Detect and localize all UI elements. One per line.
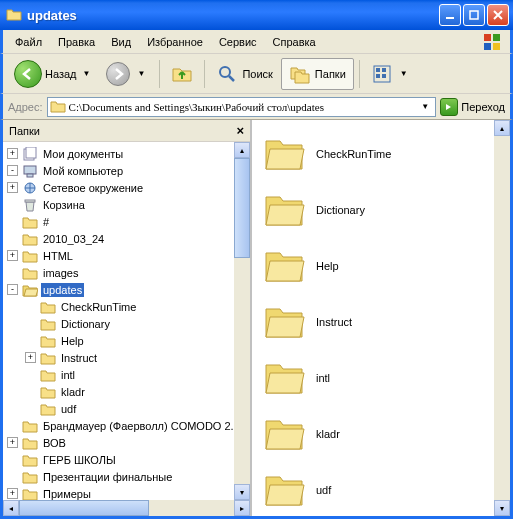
tree-item[interactable]: images [3, 264, 250, 281]
views-icon [371, 63, 393, 85]
tree-item[interactable]: Корзина [3, 196, 250, 213]
file-item[interactable]: CheckRunTime [256, 126, 506, 182]
tree-item[interactable]: CheckRunTime [3, 298, 250, 315]
menu-file[interactable]: Файл [7, 34, 50, 50]
menu-favorites[interactable]: Избранное [139, 34, 211, 50]
chevron-down-icon: ▼ [80, 69, 94, 78]
folders-button[interactable]: Папки [281, 58, 354, 90]
back-icon [14, 60, 42, 88]
tree-item-label: intl [59, 368, 77, 382]
expand-icon[interactable]: + [7, 182, 18, 193]
folder-icon [22, 232, 38, 246]
close-button[interactable] [487, 4, 509, 26]
network-icon [22, 181, 38, 195]
scroll-thumb[interactable] [19, 500, 149, 516]
collapse-icon[interactable]: - [7, 284, 18, 295]
back-button[interactable]: Назад ▼ [9, 57, 98, 91]
file-item[interactable]: udf [256, 462, 506, 516]
folder-icon [22, 249, 38, 263]
tree-h-scrollbar[interactable]: ◂ ▸ [3, 500, 250, 516]
tree-item[interactable]: -Мой компьютер [3, 162, 250, 179]
scroll-right-icon[interactable]: ▸ [234, 500, 250, 516]
go-button[interactable]: Переход [440, 98, 505, 116]
svg-rect-3 [493, 34, 500, 41]
menu-edit[interactable]: Правка [50, 34, 103, 50]
file-list[interactable]: CheckRunTimeDictionaryHelpInstructintlkl… [252, 120, 510, 516]
tree-item[interactable]: # [3, 213, 250, 230]
file-name: CheckRunTime [316, 148, 391, 160]
file-item[interactable]: intl [256, 350, 506, 406]
expander-spacer [25, 318, 36, 329]
forward-button[interactable]: ▼ [100, 58, 154, 90]
tree-item[interactable]: kladr [3, 383, 250, 400]
scroll-left-icon[interactable]: ◂ [3, 500, 19, 516]
minimize-button[interactable] [439, 4, 461, 26]
views-button[interactable]: ▼ [365, 59, 417, 89]
file-item[interactable]: Instruct [256, 294, 506, 350]
file-item[interactable]: Dictionary [256, 182, 506, 238]
tree-item-label: Брандмауер (Фаерволл) COMODO 2.4 [41, 419, 242, 433]
tree-scrollbar[interactable]: ▴ ▾ [234, 142, 250, 500]
file-item[interactable]: Help [256, 238, 506, 294]
close-pane-icon[interactable]: × [236, 123, 244, 138]
expand-icon[interactable]: + [25, 352, 36, 363]
tree-item[interactable]: intl [3, 366, 250, 383]
separator [359, 60, 360, 88]
menu-help[interactable]: Справка [265, 34, 324, 50]
file-scrollbar[interactable]: ▴ ▾ [494, 120, 510, 516]
tree-item[interactable]: +Сетевое окружение [3, 179, 250, 196]
tree-item[interactable]: 2010_03_24 [3, 230, 250, 247]
tree-item[interactable]: Help [3, 332, 250, 349]
expand-icon[interactable]: + [7, 250, 18, 261]
tree-item[interactable]: +Мои документы [3, 145, 250, 162]
folder-tree[interactable]: +Мои документы-Мой компьютер+Сетевое окр… [3, 142, 250, 500]
tree-item[interactable]: udf [3, 400, 250, 417]
tree-item[interactable]: -updates [3, 281, 250, 298]
expander-spacer [7, 454, 18, 465]
tree-item-label: Корзина [41, 198, 87, 212]
maximize-button[interactable] [463, 4, 485, 26]
folder-icon [40, 334, 56, 348]
menubar: Файл Правка Вид Избранное Сервис Справка [0, 30, 513, 54]
tree-item[interactable]: +ВОВ [3, 434, 250, 451]
chevron-down-icon[interactable]: ▼ [417, 102, 433, 111]
tree-item[interactable]: Презентации финальные [3, 468, 250, 485]
file-name: Help [316, 260, 339, 272]
svg-rect-4 [484, 43, 491, 50]
expand-icon[interactable]: + [7, 148, 18, 159]
folder-icon [40, 385, 56, 399]
scroll-thumb[interactable] [234, 158, 250, 258]
tree-item[interactable]: Брандмауер (Фаерволл) COMODO 2.4 [3, 417, 250, 434]
scroll-up-icon[interactable]: ▴ [234, 142, 250, 158]
address-label: Адрес: [8, 101, 43, 113]
recycle-icon [22, 198, 38, 212]
tree-item-label: Мои документы [41, 147, 125, 161]
up-folder-icon [171, 63, 193, 85]
tree-item[interactable]: ГЕРБ ШКОЛЫ [3, 451, 250, 468]
scroll-down-icon[interactable]: ▾ [234, 484, 250, 500]
folder-open-icon [22, 283, 38, 297]
menu-tools[interactable]: Сервис [211, 34, 265, 50]
collapse-icon[interactable]: - [7, 165, 18, 176]
address-input[interactable] [66, 101, 418, 113]
tree-item[interactable]: +Примеры [3, 485, 250, 500]
tree-item[interactable]: Dictionary [3, 315, 250, 332]
svg-rect-15 [27, 174, 33, 177]
up-button[interactable] [165, 59, 199, 89]
file-name: udf [316, 484, 331, 496]
folder-icon [262, 303, 306, 341]
address-field[interactable]: ▼ [47, 97, 437, 117]
folder-icon [22, 470, 38, 484]
expand-icon[interactable]: + [7, 437, 18, 448]
file-name: intl [316, 372, 330, 384]
expand-icon[interactable]: + [7, 488, 18, 499]
file-item[interactable]: kladr [256, 406, 506, 462]
scroll-up-icon[interactable]: ▴ [494, 120, 510, 136]
scroll-down-icon[interactable]: ▾ [494, 500, 510, 516]
folder-icon [22, 215, 38, 229]
search-button[interactable]: Поиск [210, 59, 278, 89]
menu-view[interactable]: Вид [103, 34, 139, 50]
tree-item[interactable]: +HTML [3, 247, 250, 264]
tree-item[interactable]: +Instruct [3, 349, 250, 366]
tree-item-label: Презентации финальные [41, 470, 174, 484]
